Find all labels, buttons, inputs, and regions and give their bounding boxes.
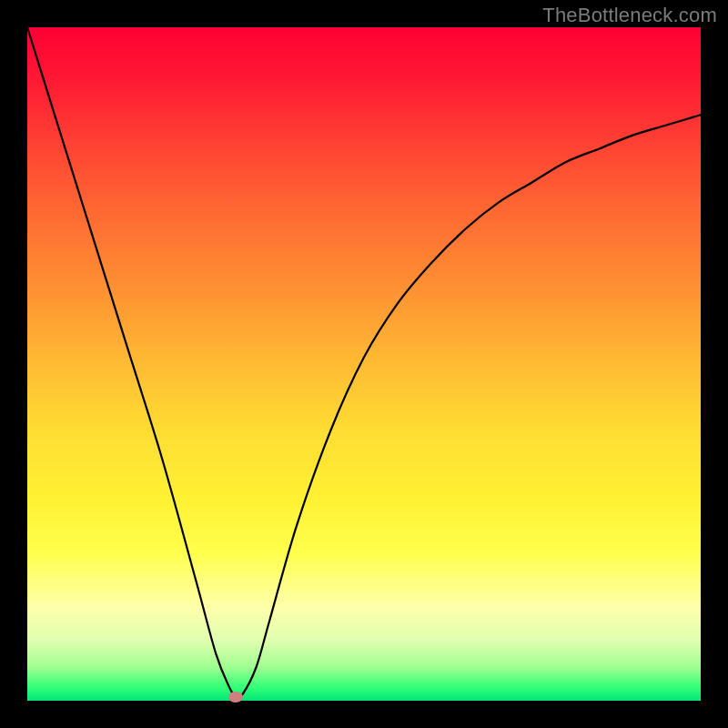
bottleneck-curve xyxy=(27,27,701,698)
plot-area xyxy=(27,27,701,701)
chart-frame: TheBottleneck.com xyxy=(0,0,728,728)
optimum-marker xyxy=(228,692,243,703)
curve-svg xyxy=(27,27,701,701)
attribution-watermark: TheBottleneck.com xyxy=(542,4,717,27)
